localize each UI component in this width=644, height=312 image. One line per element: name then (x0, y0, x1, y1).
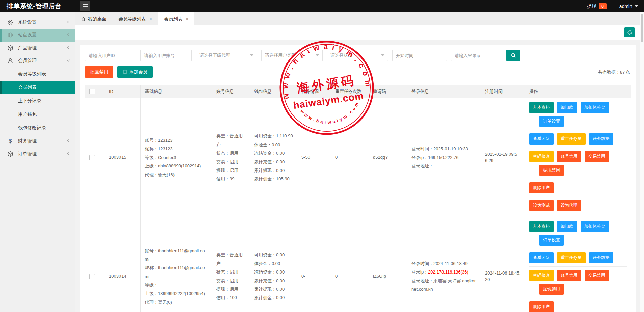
sidebar-item-user-wallet[interactable]: 用户钱包 (0, 108, 75, 121)
disable-trade-button[interactable]: 交易禁用 (585, 270, 609, 281)
cell-line: 类型：普通用户 (216, 251, 246, 268)
user-id-input[interactable] (85, 50, 136, 61)
reset-task-button[interactable]: 重置任务量 (557, 133, 586, 145)
user-menu[interactable]: admin (619, 4, 638, 9)
chevron-left-icon (66, 32, 70, 38)
cell-line: 上级：13999992222(1002954) (145, 289, 208, 298)
cell-line: 累计佣金：0.00 (254, 293, 293, 302)
sidebar-item-site-settings[interactable]: 站点设置 (0, 29, 75, 42)
col-task-status: 任务情况 (297, 85, 331, 98)
tab-label: 会员列表 (164, 16, 182, 22)
set-agent-button[interactable]: 设为代理 (557, 200, 581, 211)
batch-disable-button[interactable]: 批量禁用 (85, 66, 113, 78)
cell-line: 状态：启用 (216, 149, 246, 157)
vertical-scrollbar[interactable] (640, 12, 644, 312)
add-deduct-button[interactable]: 加扣款 (557, 221, 577, 232)
search-button[interactable] (506, 50, 520, 61)
gear-icon (7, 19, 14, 25)
add-deduct-trial-button[interactable]: 加扣体验金 (581, 102, 609, 113)
row-checkbox[interactable] (89, 155, 95, 160)
tab-my-desktop[interactable]: 我的桌面 (75, 12, 112, 25)
sidebar-item-label: 产品管理 (18, 45, 66, 51)
add-member-button[interactable]: 添加会员 (117, 66, 153, 78)
top-bar: 排单系统-管理后台 提现 0 admin (0, 0, 644, 12)
action-group: 删除用户 (529, 298, 627, 312)
sidebar-item-system-settings[interactable]: 系统设置 (0, 16, 75, 29)
sidebar-subitem-label: 会员列表 (18, 84, 37, 90)
basic-info-cell: 账号：123123昵称：123123等级：Counter3上级：abin8889… (141, 98, 212, 217)
col-account-info: 账号信息 (212, 85, 250, 98)
add-deduct-button[interactable]: 加扣款 (557, 102, 577, 113)
status-select[interactable]: 请选择状态 (327, 50, 388, 61)
scrollbar-thumb[interactable] (641, 14, 643, 42)
sidebar-item-order-management[interactable]: 订单管理 (0, 148, 75, 160)
set-test-button[interactable]: 设为测试 (529, 200, 554, 211)
tab-member-level-list[interactable]: 会员等级列表 × (112, 12, 158, 25)
col-wallet-info: 钱包信息 (250, 85, 297, 98)
cell-line: 累计提现：0.00 (254, 166, 293, 175)
cell-line: 冻结资金：0.00 (254, 268, 293, 276)
select-all-checkbox[interactable] (89, 89, 95, 94)
wallet-info-cell: 可用资金：1,110.90体验金：0.00冻结资金：0.00累计充值：0.00累… (250, 98, 297, 217)
refresh-button[interactable] (624, 27, 635, 37)
sidebar-subitem-label: 上下分记录 (18, 98, 42, 104)
row-checkbox[interactable] (89, 274, 95, 279)
disable-withdraw-button[interactable]: 提现禁用 (539, 165, 564, 176)
sidebar-item-label: 订单管理 (18, 151, 66, 157)
add-deduct-trial-button[interactable]: 加扣体验金 (581, 221, 609, 232)
sidebar-item-product-management[interactable]: 产品管理 (0, 42, 75, 54)
delete-user-button[interactable]: 删除用户 (529, 182, 554, 193)
member-table: ID 基础信息 账号信息 钱包信息 任务情况 重置任务次数 邀请码 登录信息 注… (85, 85, 631, 312)
hamburger-icon[interactable] (80, 1, 90, 11)
withdraw-menu[interactable]: 提现 0 (587, 3, 607, 9)
action-group: 查看团队 重置任务量 账变数据 (529, 130, 627, 148)
account-info-cell: 类型：普通用户状态：启用交易：启用提现：启用信用：100 (212, 217, 250, 312)
profile-button[interactable]: 基本资料 (529, 221, 554, 232)
login-ip-value: 169.150.222.76 (428, 155, 458, 160)
modify-password-button[interactable]: 密码修改 (529, 151, 554, 162)
reset-count-cell: 0 (331, 98, 369, 217)
table-header-row: ID 基础信息 账号信息 钱包信息 任务情况 重置任务次数 邀请码 登录信息 注… (85, 85, 631, 98)
checkbox-cell (85, 98, 105, 217)
sidebar-item-member-management[interactable]: 会员管理 (0, 54, 75, 67)
account-change-button[interactable]: 账变数据 (589, 133, 613, 145)
chevron-down-icon (66, 58, 70, 63)
user-type-select[interactable]: 请选择用户类型 (261, 50, 323, 61)
cell-line: 状态：启用 (216, 268, 246, 276)
profile-button[interactable]: 基本资料 (529, 102, 554, 113)
search-icon (511, 53, 516, 58)
login-ip-input[interactable] (451, 50, 502, 61)
sidebar-subitem-label: 钱包修改记录 (18, 125, 46, 131)
sidebar-item-score-records[interactable]: 上下分记录 (0, 94, 75, 108)
cell-line: 信用：99 (216, 175, 246, 183)
tab-member-list[interactable]: 会员列表 × (158, 12, 194, 25)
disable-trade-button[interactable]: 交易禁用 (585, 151, 609, 162)
disable-account-button[interactable]: 账号禁用 (557, 270, 581, 281)
invite-code-cell: iZ6GIp (369, 217, 407, 312)
sidebar-item-wallet-modify-records[interactable]: 钱包修改记录 (0, 121, 75, 135)
account-input[interactable] (140, 50, 192, 61)
col-login-info: 登录信息 (407, 85, 481, 98)
reset-task-button[interactable]: 重置任务量 (557, 252, 586, 263)
sidebar-item-finance-management[interactable]: $ 财务管理 (0, 135, 75, 148)
plus-circle-icon (123, 70, 127, 74)
disable-withdraw-button[interactable]: 提现禁用 (539, 284, 564, 295)
sidebar-item-member-level-list[interactable]: 会员等级列表 (0, 67, 75, 81)
delete-user-button[interactable]: 删除用户 (529, 301, 554, 312)
modify-password-button[interactable]: 密码修改 (529, 270, 554, 281)
cell-line: 体验金：0.00 (254, 140, 293, 149)
close-icon[interactable]: × (149, 16, 152, 22)
account-change-button[interactable]: 账变数据 (589, 252, 613, 263)
sidebar-item-member-list[interactable]: 会员列表 (0, 81, 75, 94)
login-ip-value: 202.178.116.136(36) (428, 269, 468, 275)
view-team-button[interactable]: 查看团队 (529, 133, 554, 145)
order-setting-button[interactable]: 订单设置 (539, 235, 564, 246)
actions-cell: 基本资料 加扣款 加扣体验金 订单设置 查看团队 重置任务量 (525, 217, 631, 312)
start-time-input[interactable] (392, 50, 447, 61)
order-setting-button[interactable]: 订单设置 (539, 116, 564, 127)
agent-select[interactable]: 请选择下级代理 (196, 50, 257, 61)
view-team-button[interactable]: 查看团队 (529, 252, 554, 263)
disable-account-button[interactable]: 账号禁用 (557, 151, 581, 162)
home-icon (81, 17, 86, 21)
close-icon[interactable]: × (186, 16, 188, 22)
